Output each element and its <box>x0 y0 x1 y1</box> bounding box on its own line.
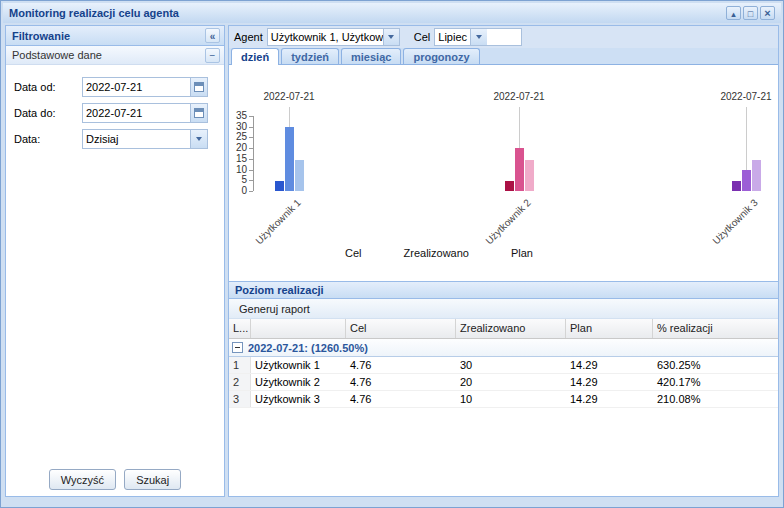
bar-chart: Cel Zrealizowano Plan 051015202530352022… <box>229 65 778 281</box>
tab-miesiac[interactable]: miesiąc <box>341 48 401 64</box>
cell-zrealizowano: 10 <box>456 391 566 407</box>
group-date-label: 2022-07-21 <box>244 91 334 102</box>
collapse-group-icon[interactable] <box>232 342 243 353</box>
period-tabbar: dzień tydzień miesiąc progonozy <box>229 48 778 65</box>
date-preset-dropdown-trigger[interactable] <box>190 130 207 148</box>
filter-panel-title: Filtrowanie <box>12 30 70 42</box>
bar-zrealizowano <box>285 127 294 191</box>
bar-zrealizowano <box>742 170 751 191</box>
date-to-label: Data do: <box>14 107 82 119</box>
bar-plan <box>295 160 304 191</box>
window-close-button[interactable] <box>760 6 775 20</box>
y-tick-label: 10 <box>229 164 247 175</box>
cell-name: Użytkownik 2 <box>251 374 346 390</box>
realization-panel-title: Poziom realizacji <box>235 284 324 296</box>
column-header-pct[interactable]: % realizacji <box>653 319 778 338</box>
calendar-icon <box>194 108 204 118</box>
date-preset-input[interactable] <box>83 130 190 148</box>
maximize-icon <box>748 7 753 19</box>
date-from-field-wrap <box>82 77 208 97</box>
cell-num: 2 <box>229 374 251 390</box>
column-header-name[interactable] <box>251 319 346 338</box>
grid-toolbar: Generuj raport <box>229 299 778 319</box>
agent-dropdown-trigger[interactable] <box>383 29 399 45</box>
table-row[interactable]: 3 Użytkownik 3 4.76 10 14.29 210.08% <box>229 391 778 408</box>
tab-dzien[interactable]: dzień <box>231 48 279 65</box>
group-date-label: 2022-07-21 <box>474 91 564 102</box>
chevron-down-icon <box>388 35 394 39</box>
window-title: Monitoring realizacji celu agenta <box>9 7 179 19</box>
cell-cel: 4.76 <box>346 357 456 373</box>
y-tick-label: 25 <box>229 131 247 142</box>
cell-name: Użytkownik 1 <box>251 357 346 373</box>
column-header-cel[interactable]: Cel <box>346 319 456 338</box>
basic-data-section-header: Podstawowe dane <box>6 46 224 65</box>
y-tick-label: 20 <box>229 142 247 153</box>
tab-tydzien[interactable]: tydzień <box>281 48 339 64</box>
date-preset-label: Data: <box>14 133 82 145</box>
y-tick-label: 5 <box>229 174 247 185</box>
date-from-input[interactable] <box>83 78 190 96</box>
date-from-picker-trigger[interactable] <box>190 78 207 96</box>
clear-button[interactable]: Wyczyść <box>49 469 116 490</box>
table-header: L... Cel Zrealizowano Plan % realizacji <box>229 319 778 339</box>
cell-pct: 210.08% <box>653 391 778 407</box>
y-tick-mark <box>249 159 253 160</box>
filter-panel: Filtrowanie Podstawowe dane Data od: <box>5 25 225 497</box>
chart-legend: Cel Zrealizowano Plan <box>229 247 649 259</box>
date-to-picker-trigger[interactable] <box>190 104 207 122</box>
y-axis-line <box>253 116 254 191</box>
window-tools <box>726 6 775 20</box>
y-tick-label: 35 <box>229 110 247 121</box>
column-header-zrealizowano[interactable]: Zrealizowano <box>456 319 566 338</box>
generate-report-button[interactable]: Generuj raport <box>233 302 316 316</box>
date-preset-combobox[interactable] <box>82 129 208 149</box>
main-area: Agent Użytkownik 1, Użytkowr Cel Lipiec … <box>228 25 779 497</box>
filter-panel-header: Filtrowanie <box>6 26 224 46</box>
panel-collapse-left-button[interactable] <box>205 28 220 43</box>
table-row[interactable]: 1 Użytkownik 1 4.76 30 14.29 630.25% <box>229 357 778 374</box>
bar-plan <box>525 160 534 191</box>
group-date-label: 2022-07-21 <box>701 91 778 102</box>
cell-plan: 14.29 <box>566 357 653 373</box>
close-icon <box>764 7 770 19</box>
date-preset-row: Data: <box>6 126 224 152</box>
cell-num: 3 <box>229 391 251 407</box>
category-label: Użytkownik 1 <box>229 197 303 281</box>
cell-zrealizowano: 30 <box>456 357 566 373</box>
cel-dropdown-trigger[interactable] <box>470 29 487 45</box>
category-label: Użytkownik 3 <box>674 197 760 281</box>
cel-combobox[interactable]: Lipiec <box>434 28 522 46</box>
column-header-lp[interactable]: L... <box>229 319 251 338</box>
y-tick-mark <box>249 180 253 181</box>
date-to-field-wrap <box>82 103 208 123</box>
date-to-row: Data do: <box>6 100 224 126</box>
legend-item-cel: Cel <box>345 247 362 259</box>
window-maximize-button[interactable] <box>743 6 758 20</box>
cel-label: Cel <box>414 31 431 43</box>
legend-item-zrealizowano: Zrealizowano <box>404 247 469 259</box>
y-tick-label: 15 <box>229 153 247 164</box>
y-tick-label: 0 <box>229 185 247 196</box>
agent-combobox[interactable]: Użytkownik 1, Użytkowr <box>267 28 400 46</box>
table-row[interactable]: 2 Użytkownik 2 4.76 20 14.29 420.17% <box>229 374 778 391</box>
y-tick-mark <box>249 137 253 138</box>
group-row[interactable]: 2022-07-21: (1260.50%) <box>229 339 778 357</box>
tab-prognozy[interactable]: progonozy <box>403 48 479 64</box>
cell-zrealizowano: 20 <box>456 374 566 390</box>
filter-form: Data od: Data do: Data: <box>6 65 224 152</box>
bar-cel <box>732 181 741 191</box>
column-header-plan[interactable]: Plan <box>566 319 653 338</box>
bar-plan <box>752 160 761 191</box>
section-collapse-button[interactable] <box>205 48 220 63</box>
realization-panel: Poziom realizacji Generuj raport L... Ce… <box>229 281 778 496</box>
search-button[interactable]: Szukaj <box>124 469 181 490</box>
date-to-input[interactable] <box>83 104 190 122</box>
y-tick-mark <box>249 170 253 171</box>
basic-data-section-title: Podstawowe dane <box>12 49 102 61</box>
window-collapse-button[interactable] <box>726 6 741 20</box>
cell-plan: 14.29 <box>566 391 653 407</box>
group-row-label: 2022-07-21: (1260.50%) <box>248 342 368 354</box>
y-tick-label: 30 <box>229 121 247 132</box>
date-from-label: Data od: <box>14 81 82 93</box>
